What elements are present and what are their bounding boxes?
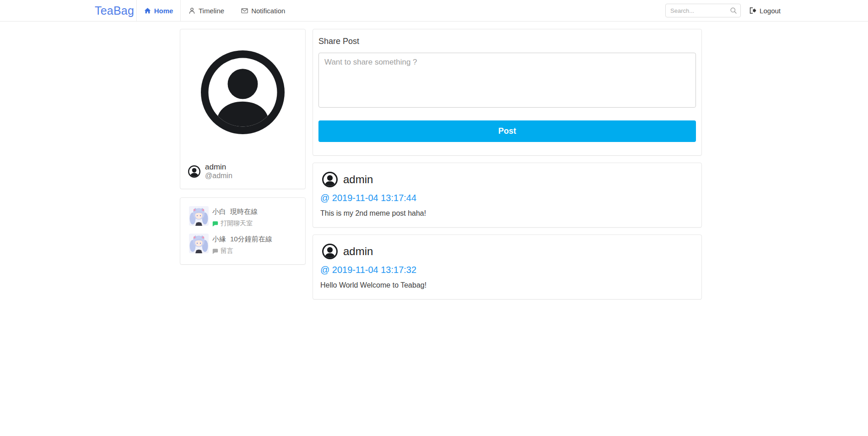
friend-name: 小白	[212, 207, 226, 215]
nav-item-home-label: Home	[154, 7, 173, 15]
post-card: admin @ 2019-11-04 13:17:44 This is my 2…	[313, 163, 702, 228]
main-container: admin @admin 小白現時在線 打開聊天室	[166, 29, 702, 300]
profile-handle: @admin	[205, 171, 232, 180]
friend-avatar[interactable]	[189, 206, 209, 226]
nav-item-home[interactable]: Home	[136, 0, 181, 21]
user-circle-icon	[188, 165, 200, 178]
post-author: admin	[343, 245, 373, 258]
open-chat-link[interactable]: 打開聊天室	[212, 219, 258, 228]
friend-title: 小緣10分鐘前在線	[212, 235, 272, 244]
feed-column: Share Post Post admin @ 2019-11-04 13:17…	[313, 29, 702, 300]
friend-avatar[interactable]	[189, 234, 209, 253]
nav-item-timeline[interactable]: Timeline	[189, 0, 224, 21]
friend-name: 小緣	[212, 235, 226, 243]
friend-status: 現時在線	[230, 207, 258, 215]
nav-item-timeline-label: Timeline	[199, 7, 224, 15]
logout-label: Logout	[760, 7, 781, 15]
search-button[interactable]	[728, 5, 739, 16]
friend-title: 小白現時在線	[212, 207, 258, 216]
post-author: admin	[343, 173, 373, 186]
post-text: Hello World Welcome to Teabag!	[320, 281, 694, 289]
envelope-icon	[241, 7, 248, 14]
friend-status: 10分鐘前在線	[230, 235, 272, 243]
logout-icon	[749, 7, 756, 14]
chat-bubble-icon	[212, 221, 218, 227]
nav-item-notification[interactable]: Notification	[241, 0, 285, 21]
share-post-textarea[interactable]	[318, 53, 696, 108]
brand-link[interactable]: TeaBag	[95, 4, 134, 17]
nav-item-notification-label: Notification	[251, 7, 285, 15]
user-circle-icon	[322, 244, 338, 259]
left-column: admin @admin 小白現時在線 打開聊天室	[166, 29, 313, 265]
post-button[interactable]: Post	[318, 120, 696, 142]
open-chat-label: 打開聊天室	[221, 219, 253, 228]
navbar-spacer	[285, 0, 665, 21]
profile-identity-row: admin @admin	[180, 163, 305, 180]
home-icon	[144, 7, 151, 14]
brand-cell: TeaBag	[95, 0, 136, 21]
search-box	[665, 4, 741, 17]
user-circle-icon	[322, 172, 338, 187]
post-header: admin	[320, 244, 694, 259]
post-card: admin @ 2019-11-04 13:17:32 Hello World …	[313, 234, 702, 300]
user-circle-icon	[201, 50, 285, 134]
post-text: This is my 2nd meme post haha!	[320, 209, 694, 218]
post-header: admin	[320, 172, 694, 187]
leave-message-link[interactable]: 留言	[212, 247, 272, 255]
top-navbar: TeaBag Home Timeline Notification Logout	[0, 0, 868, 22]
search-icon	[730, 7, 737, 14]
post-timestamp-link[interactable]: @ 2019-11-04 13:17:32	[320, 265, 416, 275]
friends-card: 小白現時在線 打開聊天室 小緣10分鐘前在線 留言	[180, 197, 306, 265]
chat-bubble-icon	[212, 248, 218, 254]
profile-identity-text: admin @admin	[205, 163, 232, 180]
logout-button[interactable]: Logout	[749, 0, 781, 21]
share-post-card: Share Post Post	[313, 29, 702, 156]
post-timestamp-link[interactable]: @ 2019-11-04 13:17:44	[320, 193, 416, 203]
person-icon	[189, 7, 195, 14]
friend-info: 小白現時在線 打開聊天室	[212, 206, 258, 228]
share-post-title: Share Post	[318, 37, 696, 46]
friend-row: 小白現時在線 打開聊天室	[189, 206, 299, 228]
profile-name: admin	[205, 163, 232, 171]
profile-card: admin @admin	[180, 29, 306, 189]
friend-row: 小緣10分鐘前在線 留言	[189, 234, 299, 255]
leave-message-label: 留言	[221, 247, 233, 255]
friend-info: 小緣10分鐘前在線 留言	[212, 234, 272, 255]
